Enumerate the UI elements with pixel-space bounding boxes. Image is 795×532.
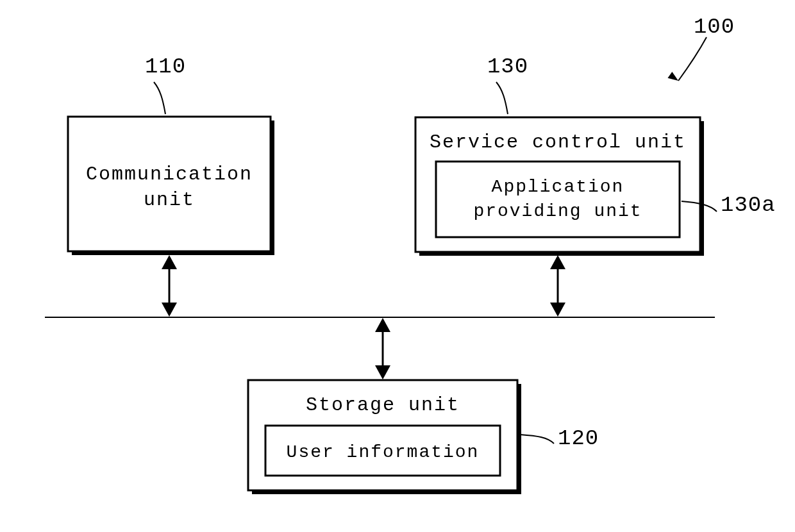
- service-control-label: Service control unit: [430, 131, 686, 153]
- application-providing-line2: providing unit: [473, 201, 642, 221]
- communication-label-line2: unit: [144, 189, 195, 211]
- ref-130a: 130a: [721, 193, 776, 217]
- svg-marker-4: [162, 303, 177, 317]
- svg-marker-10: [550, 303, 565, 317]
- ref-130: 130: [487, 54, 528, 79]
- overall-ref-100: 100: [667, 15, 735, 84]
- ref-100: 100: [694, 15, 735, 39]
- block-diagram: Communication unit 110 Service control u…: [0, 0, 795, 532]
- arrow-communication-bus: [162, 255, 177, 317]
- leader-110: [154, 82, 165, 114]
- svg-marker-16: [375, 365, 390, 379]
- block-service-control: Service control unit Application providi…: [415, 117, 704, 256]
- storage-label: Storage unit: [306, 394, 460, 416]
- svg-rect-7: [436, 162, 680, 237]
- ref-110: 110: [145, 54, 186, 79]
- communication-label-line1: Communication: [86, 163, 253, 185]
- svg-marker-15: [375, 318, 390, 332]
- block-communication: Communication unit: [68, 117, 274, 255]
- user-information-label: User information: [287, 442, 480, 462]
- svg-marker-9: [550, 255, 565, 269]
- block-storage: Storage unit User information: [248, 380, 521, 494]
- svg-marker-3: [162, 255, 177, 269]
- arrow-service-bus: [550, 255, 565, 317]
- leader-130: [496, 82, 508, 114]
- arrow-storage-bus: [375, 318, 390, 379]
- ref-120: 120: [558, 426, 599, 451]
- svg-marker-17: [667, 72, 680, 84]
- application-providing-line1: Application: [492, 177, 624, 197]
- leader-120: [520, 435, 554, 444]
